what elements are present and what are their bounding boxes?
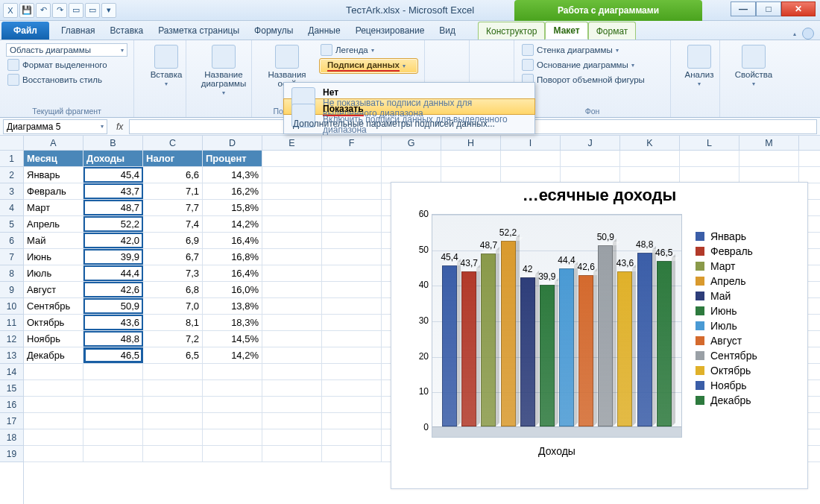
cell[interactable] — [262, 200, 322, 215]
cell[interactable]: 15,8% — [203, 200, 262, 215]
cell[interactable] — [382, 151, 441, 166]
cell[interactable] — [561, 151, 620, 166]
insert-button[interactable]: Вставка▾ — [140, 43, 192, 89]
legend-item[interactable]: Июнь — [696, 305, 800, 317]
cell[interactable] — [322, 167, 382, 183]
cell[interactable] — [322, 216, 382, 232]
qat-item-icon[interactable]: ▭ — [69, 3, 83, 18]
name-box[interactable]: Диаграмма 5 ▾ — [3, 119, 107, 134]
cell[interactable]: 16,8% — [203, 249, 262, 265]
cell[interactable] — [143, 413, 203, 429]
cell[interactable]: Апрель — [24, 216, 83, 232]
cell[interactable] — [24, 429, 83, 445]
cell[interactable]: 16,4% — [203, 265, 262, 281]
cell[interactable] — [262, 167, 322, 183]
cell[interactable] — [262, 282, 322, 297]
row-header[interactable]: 15 — [0, 380, 23, 397]
cell[interactable]: 50,9 — [83, 298, 143, 314]
column-header[interactable]: E — [262, 136, 322, 150]
tab-данные[interactable]: Данные — [300, 22, 347, 40]
cell[interactable] — [501, 151, 561, 166]
cell[interactable] — [203, 364, 262, 379]
cell[interactable] — [262, 429, 322, 445]
chart-bar[interactable]: 48,7 — [481, 253, 496, 426]
cell[interactable] — [262, 347, 322, 363]
data-labels-option-none[interactable]: Нет Не показывать подписи данных для выд… — [284, 83, 534, 99]
analysis-button[interactable]: Анализ▾ — [677, 43, 722, 89]
cell[interactable]: Ноябрь — [24, 331, 83, 347]
column-header[interactable]: A — [24, 136, 83, 150]
cell[interactable]: Сентябрь — [24, 298, 83, 314]
cell[interactable]: 44,4 — [83, 265, 143, 281]
tab-вставка[interactable]: Вставка — [103, 22, 151, 40]
cell[interactable] — [83, 429, 143, 445]
row-header[interactable]: 17 — [0, 413, 23, 429]
cell[interactable] — [143, 364, 203, 379]
row-header[interactable]: 1 — [0, 151, 23, 167]
cell[interactable]: Октябрь — [24, 315, 83, 330]
chart-bar[interactable]: 44,4 — [559, 268, 574, 426]
cell[interactable]: 6,7 — [143, 249, 203, 265]
row-header[interactable]: 2 — [0, 167, 23, 183]
column-header[interactable]: J — [561, 136, 620, 150]
cell[interactable] — [441, 167, 501, 183]
cell[interactable]: 16,0% — [203, 282, 262, 297]
cell[interactable] — [322, 347, 382, 363]
cell[interactable] — [143, 429, 203, 445]
cell[interactable] — [322, 315, 382, 330]
cell[interactable]: 7,1 — [143, 183, 203, 199]
table-header-cell[interactable]: Месяц — [24, 151, 83, 166]
tab-вид[interactable]: Вид — [432, 22, 463, 40]
cell[interactable] — [24, 397, 83, 412]
close-button[interactable]: ✕ — [781, 1, 816, 16]
cell[interactable] — [262, 183, 322, 199]
cell[interactable] — [322, 364, 382, 379]
legend-item[interactable]: Сентябрь — [696, 350, 800, 362]
tab-макет[interactable]: Макет — [545, 22, 587, 40]
maximize-button[interactable]: □ — [756, 1, 781, 16]
cell[interactable]: 48,8 — [83, 331, 143, 347]
row-header[interactable]: 5 — [0, 216, 23, 233]
column-header[interactable]: B — [83, 136, 143, 150]
legend-item[interactable]: Ноябрь — [696, 379, 800, 391]
chart-bar[interactable]: 45,4 — [442, 265, 457, 426]
chart-bar[interactable]: 48,8 — [637, 253, 652, 426]
chart-bar[interactable]: 39,9 — [540, 285, 555, 426]
row-header[interactable]: 16 — [0, 397, 23, 413]
cell[interactable] — [561, 167, 620, 183]
cell[interactable]: 7,2 — [143, 331, 203, 347]
cell[interactable] — [739, 167, 799, 183]
chart-elements-combo[interactable]: Область диаграммы ▾ — [6, 43, 127, 57]
table-header-cell[interactable]: Доходы — [83, 151, 143, 166]
cell[interactable]: 16,4% — [203, 233, 262, 248]
cell[interactable] — [262, 298, 322, 314]
cell[interactable] — [203, 446, 262, 462]
row-header[interactable]: 18 — [0, 429, 23, 446]
redo-icon[interactable]: ↷ — [52, 3, 67, 18]
cell[interactable] — [24, 380, 83, 396]
cell[interactable] — [203, 380, 262, 396]
legend-item[interactable]: Январь — [696, 230, 800, 242]
tab-рецензирование[interactable]: Рецензирование — [348, 22, 432, 40]
row-header[interactable]: 4 — [0, 200, 23, 216]
cell[interactable] — [739, 151, 799, 166]
row-header[interactable]: 12 — [0, 331, 23, 347]
cell[interactable]: Январь — [24, 167, 83, 183]
cell[interactable] — [262, 151, 322, 166]
cell[interactable] — [680, 167, 739, 183]
row-header[interactable]: 11 — [0, 315, 23, 331]
legend-button[interactable]: Легенда ▾ — [319, 43, 418, 57]
legend-item[interactable]: Апрель — [696, 275, 800, 287]
cell[interactable] — [262, 446, 322, 462]
cell[interactable] — [24, 446, 83, 462]
row-header[interactable]: 19 — [0, 446, 23, 462]
cell[interactable]: Май — [24, 233, 83, 248]
cell[interactable] — [83, 446, 143, 462]
cell[interactable] — [322, 200, 382, 215]
ribbon-small-icon[interactable] — [450, 43, 464, 61]
column-header[interactable]: K — [620, 136, 680, 150]
chart-bar[interactable]: 43,7 — [461, 271, 476, 426]
cell[interactable] — [262, 331, 322, 347]
cell[interactable] — [322, 298, 382, 314]
ribbon-minimize-icon[interactable]: ▴ — [793, 31, 796, 37]
